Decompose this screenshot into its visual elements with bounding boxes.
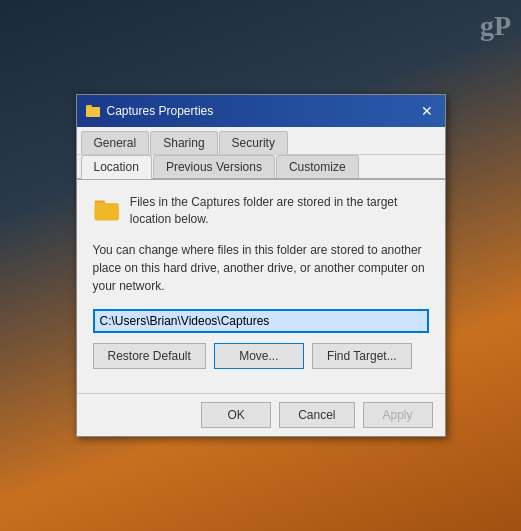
info-text: Files in the Captures folder are stored … (130, 194, 429, 228)
tab-sharing[interactable]: Sharing (150, 131, 217, 154)
action-buttons: Restore Default Move... Find Target... (93, 343, 429, 369)
tab-security[interactable]: Security (219, 131, 288, 154)
tab-previous-versions[interactable]: Previous Versions (153, 155, 275, 178)
tab-general[interactable]: General (81, 131, 150, 154)
apply-button[interactable]: Apply (363, 402, 433, 428)
tab-content: Files in the Captures folder are stored … (77, 180, 445, 394)
dialog-window: Captures Properties ✕ General Sharing Se… (76, 94, 446, 438)
restore-default-button[interactable]: Restore Default (93, 343, 206, 369)
tab-customize[interactable]: Customize (276, 155, 359, 178)
path-input[interactable] (93, 309, 429, 333)
move-button[interactable]: Move... (214, 343, 304, 369)
title-folder-icon (85, 103, 101, 119)
svg-rect-6 (94, 206, 118, 220)
dialog-footer: OK Cancel Apply (77, 393, 445, 436)
title-bar: Captures Properties ✕ (77, 95, 445, 127)
dialog-title: Captures Properties (107, 104, 214, 118)
close-button[interactable]: ✕ (417, 101, 437, 121)
watermark: gP (480, 10, 511, 42)
description-text: You can change where files in this folde… (93, 241, 429, 295)
find-target-button[interactable]: Find Target... (312, 343, 412, 369)
svg-rect-2 (86, 107, 100, 117)
ok-button[interactable]: OK (201, 402, 271, 428)
title-bar-left: Captures Properties (85, 103, 214, 119)
tab-location[interactable]: Location (81, 155, 152, 179)
tabs-row-1: General Sharing Security (77, 127, 445, 155)
folder-icon-large (93, 194, 120, 226)
tabs-row-2: Location Previous Versions Customize (77, 155, 445, 180)
info-box: Files in the Captures folder are stored … (93, 194, 429, 228)
cancel-button[interactable]: Cancel (279, 402, 354, 428)
